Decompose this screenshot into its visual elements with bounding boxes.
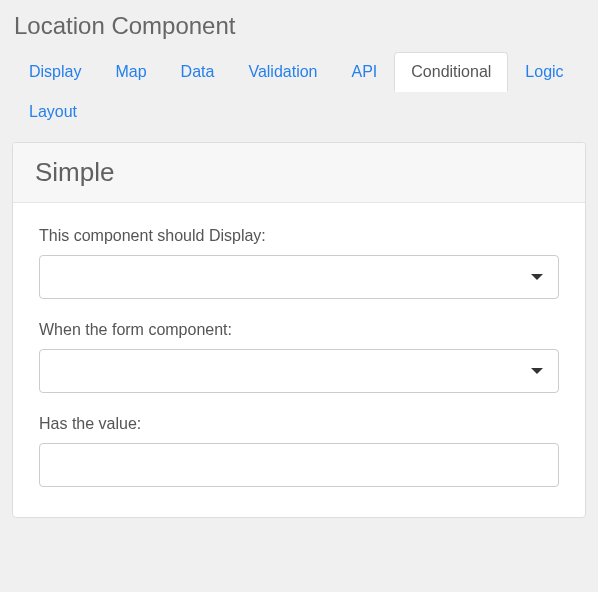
simple-panel: Simple This component should Display: Wh… bbox=[12, 142, 586, 518]
tab-map[interactable]: Map bbox=[98, 52, 163, 92]
panel-header: Simple bbox=[13, 143, 585, 203]
tab-display[interactable]: Display bbox=[12, 52, 98, 92]
tab-api[interactable]: API bbox=[334, 52, 394, 92]
field-has-value: Has the value: bbox=[39, 415, 559, 487]
select-wrapper-when bbox=[39, 349, 559, 393]
tab-data[interactable]: Data bbox=[164, 52, 232, 92]
select-display[interactable] bbox=[39, 255, 559, 299]
label-has-value: Has the value: bbox=[39, 415, 559, 433]
field-display: This component should Display: bbox=[39, 227, 559, 299]
select-when[interactable] bbox=[39, 349, 559, 393]
page-title: Location Component bbox=[12, 12, 586, 40]
tab-layout[interactable]: Layout bbox=[12, 92, 94, 132]
panel-body: This component should Display: When the … bbox=[13, 203, 585, 517]
panel-title: Simple bbox=[35, 157, 563, 188]
field-when: When the form component: bbox=[39, 321, 559, 393]
tabs-nav: Display Map Data Validation API Conditio… bbox=[12, 52, 586, 132]
label-display: This component should Display: bbox=[39, 227, 559, 245]
label-when: When the form component: bbox=[39, 321, 559, 339]
tab-logic[interactable]: Logic bbox=[508, 52, 580, 92]
input-has-value[interactable] bbox=[39, 443, 559, 487]
select-wrapper-display bbox=[39, 255, 559, 299]
component-editor: Location Component Display Map Data Vali… bbox=[0, 0, 598, 530]
tab-validation[interactable]: Validation bbox=[231, 52, 334, 92]
tab-conditional[interactable]: Conditional bbox=[394, 52, 508, 92]
